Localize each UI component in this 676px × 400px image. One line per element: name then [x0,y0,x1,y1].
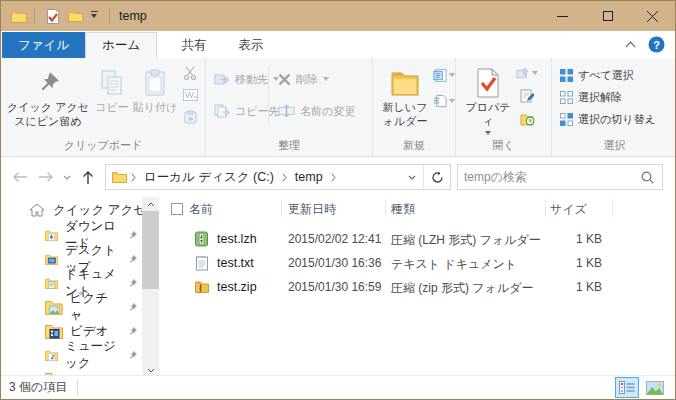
search-icon[interactable] [641,171,662,184]
pin-icon[interactable] [127,230,138,241]
pin-icon[interactable] [127,326,138,337]
pin-icon[interactable] [127,302,138,313]
refresh-button[interactable] [424,164,450,190]
column-type[interactable]: 種類 [391,201,415,218]
copy-path-button[interactable] [179,86,201,104]
explorer-window: temp ファイル ホーム 共有 表示 ? [0,0,676,400]
pin-to-quick-access-button[interactable]: クイック アクセスにピン留め [4,60,92,128]
divider[interactable] [385,199,386,217]
new-folder-button[interactable]: 新しいフォルダー [377,60,433,128]
scroll-up-icon[interactable] [142,197,159,211]
downloads-folder-icon [45,228,58,243]
breadcrumb-chevron-icon[interactable] [278,173,291,182]
delete-x-icon [278,73,291,86]
pictures-folder-icon [45,300,63,315]
details-view-button[interactable] [615,377,639,398]
history-button[interactable] [516,110,538,128]
titlebar: temp [1,1,675,31]
paste-button[interactable]: 貼り付け [132,60,178,115]
arrow-up-icon [82,170,94,185]
navigation-bar: ローカル ディスク (C:) temp [1,157,675,197]
column-name[interactable]: 名前 [189,201,213,218]
copy-path-icon [183,89,198,101]
invert-selection-icon [560,113,573,126]
paste-shortcut-button[interactable] [179,108,201,126]
edit-button[interactable] [516,87,538,105]
easy-access-button[interactable] [433,92,455,110]
forward-button[interactable] [33,164,59,190]
file-row[interactable]: test.zip 2015/01/30 16:59 圧縮 (zip 形式) フォ… [164,275,675,299]
back-button[interactable] [7,164,33,190]
move-to-button[interactable]: 移動先 [214,68,279,90]
breadcrumb-chevron-icon[interactable] [327,173,340,182]
open-icon [516,67,530,80]
sidebar-scrollbar[interactable] [142,197,159,377]
group-organize: 移動先 コピー先 削除 名前の変更 整理 [206,58,373,156]
chevron-down-icon [63,175,71,180]
minimize-button[interactable] [540,1,585,31]
ribbon-home: クイック アクセスにピン留め コピー 貼り付け [1,58,675,157]
pin-icon[interactable] [127,254,138,265]
arrow-right-icon [38,171,54,183]
close-button[interactable] [630,1,675,31]
help-button[interactable]: ? [648,36,665,53]
breadcrumb-chevron-icon[interactable] [127,173,140,182]
select-all-button[interactable]: すべて選択 [560,64,634,86]
tab-view[interactable]: 表示 [222,32,279,58]
divider[interactable] [281,199,282,217]
copy-button[interactable]: コピー [93,60,131,115]
desktop-folder-icon [45,252,58,267]
tab-file[interactable]: ファイル [2,32,85,58]
divider[interactable] [612,199,613,217]
select-all-icon [560,69,573,82]
music-folder-icon [45,348,58,363]
delete-button[interactable]: 削除 [278,68,329,90]
home-icon [29,203,45,217]
pin-icon[interactable] [127,350,138,361]
search-input[interactable] [458,170,641,184]
new-item-button[interactable] [433,66,455,84]
documents-folder-icon [45,276,58,291]
properties-icon [475,65,501,101]
select-all-checkbox[interactable] [171,203,183,215]
collapse-ribbon-button[interactable] [625,41,636,48]
scrollbar-thumb[interactable] [142,211,159,289]
column-headers: 名前 更新日時 種類 サイズ [164,197,675,221]
paste-shortcut-icon [184,110,197,124]
arrow-left-icon [12,171,28,183]
window-title: temp [119,9,147,23]
breadcrumb-current[interactable]: temp [291,165,327,189]
column-size[interactable]: サイズ [550,201,587,218]
up-button[interactable] [75,164,101,190]
file-row[interactable]: test.lzh 2015/02/02 12:41 圧縮 (LZH 形式) フォ… [164,227,675,251]
address-dropdown[interactable] [401,164,423,190]
open-button[interactable] [516,64,538,82]
sidebar-item-music[interactable]: ミュージック [1,343,164,367]
column-date[interactable]: 更新日時 [288,201,336,218]
group-open: プロパティ 開く [456,58,552,156]
tab-home[interactable]: ホーム [85,32,157,58]
sidebar-item-pictures[interactable]: ピクチャ [1,295,164,319]
group-select: すべて選択 選択解除 選択の切り替え 選択 [552,58,676,156]
qat-customize-dropdown[interactable] [86,5,102,27]
scissors-icon [183,66,197,80]
invert-selection-button[interactable]: 選択の切り替え [560,108,656,130]
qat-properties-button[interactable] [42,5,64,27]
pin-icon[interactable] [127,278,138,289]
thumbnail-view-button[interactable] [643,377,667,398]
maximize-button[interactable] [585,1,630,31]
file-row[interactable]: test.txt 2015/01/30 16:36 テキスト ドキュメント 1 … [164,251,675,275]
breadcrumb-drive[interactable]: ローカル ディスク (C:) [140,165,278,189]
rename-button[interactable]: 名前の変更 [278,100,355,122]
divider[interactable] [545,199,546,217]
qat-new-folder-button[interactable] [64,5,86,27]
address-bar[interactable]: ローカル ディスク (C:) temp [105,164,451,190]
thumbnail-view-icon [646,381,664,395]
navigation-pane: クイック アクセス ダウンロード デスクトップ ドキュメント ピクチャ [1,197,164,377]
properties-button[interactable]: プロパティ [462,60,514,138]
recent-locations-dropdown[interactable] [59,164,75,190]
chevron-down-icon [449,99,455,106]
cut-button[interactable] [179,64,201,82]
select-none-button[interactable]: 選択解除 [560,86,622,108]
tab-share[interactable]: 共有 [165,32,222,58]
